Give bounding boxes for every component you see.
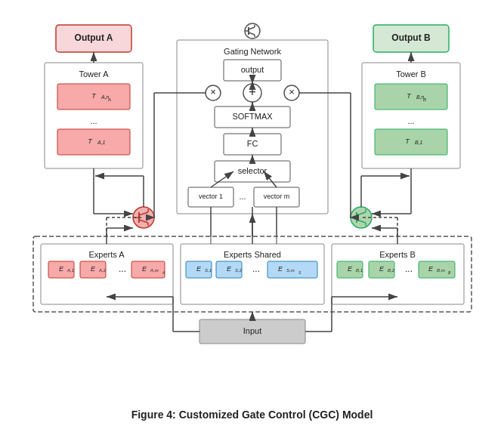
experts-b-label: Experts B — [379, 250, 416, 259]
svg-text:S,2: S,2 — [235, 268, 243, 273]
selector-label: selector — [237, 166, 267, 175]
mult-symbol-right: × — [289, 86, 295, 97]
vector-dots: ... — [239, 192, 246, 201]
ea2-label: E — [90, 265, 95, 273]
figure-caption: Figure 4: Customized Gate Control (CGC) … — [131, 409, 373, 421]
tb-n-subscript2: B — [423, 97, 426, 102]
tb-1-box — [375, 129, 447, 155]
plus-symbol: + — [249, 85, 255, 98]
svg-text:A: A — [162, 270, 165, 275]
esms-label: E — [277, 265, 283, 273]
svg-text:A,2: A,2 — [98, 268, 107, 273]
es-dots: ... — [252, 264, 259, 274]
diagram-svg: Output A Output B Tower A T A,n A ... T … — [11, 17, 494, 365]
tower-b-dots: ... — [407, 116, 414, 125]
svg-text:B,2: B,2 — [388, 268, 395, 273]
eb1-label: E — [347, 265, 352, 273]
es2-label: E — [226, 265, 231, 273]
svg-text:S,1: S,1 — [205, 268, 212, 273]
gating-output-label: output — [240, 65, 264, 74]
ea1-label: E — [58, 265, 63, 273]
tower-a-label: Tower A — [79, 69, 109, 79]
svg-text:B,1: B,1 — [356, 268, 363, 273]
diagram-container: Output A Output B Tower A T A,n A ... T … — [11, 17, 494, 403]
eb2-label: E — [379, 265, 384, 273]
svg-text:B,m: B,m — [437, 268, 445, 273]
ta-1-box — [57, 129, 130, 155]
ta-1-subscript: A,1 — [97, 140, 106, 145]
vectorm-label: vector m — [263, 193, 289, 200]
tower-a-dots: ... — [90, 116, 97, 125]
svg-text:A,m: A,m — [150, 268, 159, 273]
ebmb-label: E — [428, 265, 433, 273]
tower-b-label: Tower B — [396, 69, 426, 79]
mult-symbol-left: × — [210, 86, 216, 97]
softmax-label: SOFTMAX — [232, 112, 273, 121]
ta-n-subscript2: A — [107, 97, 111, 102]
output-a-label: Output A — [74, 32, 113, 43]
tb-1-subscript: B,1 — [415, 140, 423, 145]
es1-label: E — [196, 265, 201, 273]
fc-label: FC — [246, 139, 258, 148]
experts-a-label: Experts A — [88, 250, 125, 259]
svg-text:S,m: S,m — [286, 268, 295, 273]
eama-box — [131, 261, 165, 278]
eb-dots: ... — [404, 264, 412, 274]
input-label: Input — [243, 326, 261, 335]
experts-shared-label: Experts Shared — [224, 250, 281, 259]
output-b-label: Output B — [391, 32, 431, 43]
vector1-label: vector 1 — [198, 193, 222, 200]
gating-network-label: Gating Network — [224, 47, 281, 56]
eama-label: E — [141, 265, 147, 273]
ea-dots: ... — [118, 264, 125, 274]
svg-text:A,1: A,1 — [66, 268, 74, 273]
tb-n-box — [375, 84, 447, 110]
